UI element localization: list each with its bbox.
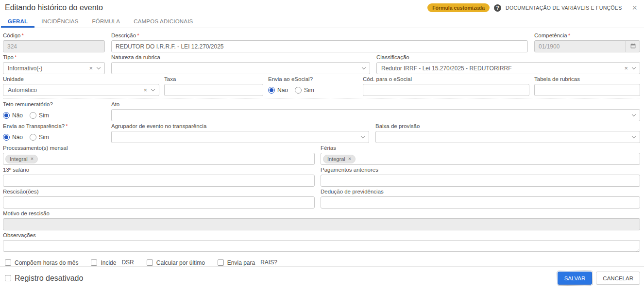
required-asterisk: *: [21, 32, 23, 38]
pagamentos-anteriores-input[interactable]: [321, 175, 640, 187]
checkbox-box: [91, 259, 97, 266]
chevron-down-icon[interactable]: [151, 87, 155, 91]
dialog-footer: Registro desativado SALVAR CANCELAR: [0, 266, 644, 290]
competencia-input: [534, 40, 626, 52]
deducao-previdencias-label: Dedução de previdências: [321, 189, 640, 195]
radio-dot: [3, 134, 10, 141]
natureza-select[interactable]: [111, 62, 370, 74]
help-icon[interactable]: ?: [494, 4, 501, 12]
processamento-mensal-label: Processamento(s) mensal: [3, 145, 315, 151]
radio-nao[interactable]: Não: [268, 87, 288, 94]
tabela-rubricas-input[interactable]: [534, 84, 640, 96]
teto-label: Teto remuneratório?: [3, 101, 105, 108]
cancel-button[interactable]: CANCELAR: [596, 272, 640, 285]
cod-esocial-label: Cód. para o eSocial: [363, 76, 529, 82]
radio-sim[interactable]: Sim: [30, 134, 49, 141]
radio-dot: [30, 134, 36, 141]
dotted-divider: [3, 98, 640, 98]
form-geral: Código* Descrição* Competência* Tipo* In…: [0, 28, 644, 256]
envia-esocial-radio-group: Não Sim: [268, 84, 358, 96]
clear-icon[interactable]: ×: [624, 65, 628, 71]
radio-sim[interactable]: Sim: [295, 87, 314, 94]
envia-esocial-label: Envia ao eSocial?: [268, 76, 358, 82]
documentation-link[interactable]: DOCUMENTAÇÃO DE VARIÁVEIS E FUNÇÕES: [506, 5, 622, 11]
radio-dot: [268, 87, 275, 94]
chevron-down-icon[interactable]: [632, 65, 636, 69]
agrupador-select[interactable]: [111, 131, 369, 143]
clear-icon[interactable]: ×: [143, 87, 147, 93]
tab-geral[interactable]: GERAL: [1, 15, 34, 28]
deducao-previdencias-input[interactable]: [321, 196, 640, 209]
checkbox-envia-rais[interactable]: Envia para RAIS?: [218, 259, 277, 266]
observacoes-textarea[interactable]: [3, 240, 640, 252]
dialog-header: Editando histórico do evento Fórmula cus…: [0, 0, 644, 15]
observacoes-label: Observações: [3, 232, 640, 239]
13-salario-input[interactable]: [3, 175, 315, 187]
tab-incidencias[interactable]: INCIDÊNCIAS: [34, 15, 85, 28]
checkbox-calcular-por-ultimo[interactable]: Calcular por último: [147, 259, 205, 266]
field-descricao: Descrição*: [111, 32, 528, 52]
rescisoes-input[interactable]: [3, 196, 315, 209]
calendar-button: [626, 40, 640, 52]
close-icon[interactable]: ×: [632, 4, 637, 11]
required-asterisk: *: [66, 123, 68, 129]
tab-formula[interactable]: FÓRMULA: [85, 15, 127, 28]
field-classificacao: Classificação Redutor IRRF - Lei 15.270/…: [376, 54, 640, 74]
rais-abbr: RAIS?: [260, 259, 277, 266]
13-salario-label: 13º salário: [3, 167, 315, 173]
field-processamento-mensal: Processamento(s) mensal Integral×: [3, 145, 315, 165]
ato-select[interactable]: [111, 109, 640, 121]
chevron-down-icon[interactable]: [97, 65, 101, 69]
field-baixa-provisao: Baixa de provisão: [375, 123, 640, 143]
field-deducao-previdencias: Dedução de previdências: [321, 189, 640, 209]
radio-nao[interactable]: Não: [3, 112, 23, 119]
remove-tag-icon[interactable]: ×: [348, 156, 351, 161]
descricao-input[interactable]: [111, 40, 528, 52]
radio-nao[interactable]: Não: [3, 134, 23, 141]
field-unidade: Unidade Automático ×: [3, 76, 159, 96]
field-agrupador: Agrupador de evento no transparência: [111, 123, 369, 143]
field-competencia: Competência*: [534, 32, 640, 52]
chevron-down-icon[interactable]: [361, 134, 365, 138]
codigo-input: [3, 40, 105, 52]
cod-esocial-input[interactable]: [363, 84, 529, 96]
dsr-abbr: DSR: [121, 259, 134, 266]
chevron-down-icon[interactable]: [362, 65, 366, 69]
checkbox-registro-desativado[interactable]: Registro desativado: [5, 274, 83, 283]
checkbox-compoem-horas[interactable]: Compõem horas do mês: [5, 259, 78, 266]
field-observacoes: Observações: [3, 232, 640, 254]
tipo-value: Informativo(-): [8, 65, 86, 72]
classificacao-select[interactable]: Redutor IRRF - Lei 15.270/2025 - REDUTOR…: [376, 62, 640, 74]
radio-dot: [3, 112, 10, 119]
checkbox-incide-dsr[interactable]: Incide DSR: [91, 259, 134, 266]
formula-customizada-badge: Fórmula customizada: [427, 3, 490, 12]
taxa-label: Taxa: [164, 76, 263, 82]
processamento-mensal-input[interactable]: Integral×: [3, 153, 315, 165]
radio-sim[interactable]: Sim: [30, 112, 49, 119]
tag-integral: Integral×: [5, 155, 38, 163]
taxa-input[interactable]: [164, 84, 263, 96]
chevron-down-icon[interactable]: [632, 113, 636, 116]
field-ferias: Férias Integral×: [321, 145, 640, 165]
chevron-down-icon[interactable]: [632, 134, 636, 138]
unidade-select[interactable]: Automático ×: [3, 84, 159, 96]
ferias-input[interactable]: Integral×: [321, 153, 640, 165]
envia-transparencia-label: Envia ao Transparência?: [3, 123, 65, 129]
rescisoes-label: Rescisão(ões): [3, 189, 315, 195]
baixa-provisao-select[interactable]: [375, 131, 640, 143]
field-envia-transparencia: Envia ao Transparência?* Não Sim: [3, 123, 105, 143]
tipo-select[interactable]: Informativo(-) ×: [3, 62, 105, 74]
field-tabela-rubricas: Tabela de rubricas: [534, 76, 640, 96]
radio-dot: [295, 87, 302, 94]
checkbox-box: [5, 275, 11, 281]
remove-tag-icon[interactable]: ×: [31, 156, 34, 161]
tab-campos-adicionais[interactable]: CAMPOS ADICIONAIS: [127, 15, 200, 28]
tag-integral: Integral×: [323, 155, 356, 163]
checkbox-box: [5, 259, 11, 266]
classificacao-value: Redutor IRRF - Lei 15.270/2025 - REDUTOR…: [381, 65, 621, 72]
checkbox-box: [218, 259, 224, 266]
save-button[interactable]: SALVAR: [558, 272, 593, 285]
options-checkbox-row: Compõem horas do mês Incide DSR Calcular…: [0, 256, 644, 266]
radio-dot: [30, 112, 36, 119]
clear-icon[interactable]: ×: [89, 65, 93, 71]
